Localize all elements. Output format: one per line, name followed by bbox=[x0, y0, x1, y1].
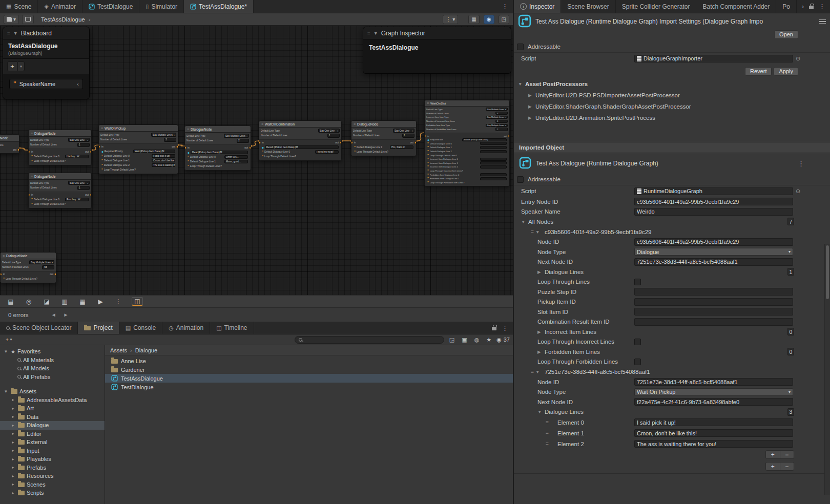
node-dropdown[interactable]: Say Multiple Lines▾ bbox=[486, 124, 508, 127]
port-out[interactable] bbox=[508, 135, 510, 137]
node-line-field[interactable]: I need my seat! bbox=[315, 150, 339, 154]
graph-node-dialoguenode[interactable]: ≡DialogueNodeDefault Line TypeSay Multip… bbox=[184, 125, 251, 171]
node-line-field[interactable]: Ohhh yes... bbox=[224, 155, 248, 159]
text-field[interactable]: I said pick it up! bbox=[634, 418, 793, 426]
property-row-loop-through-lines[interactable]: Loop Through Lines bbox=[514, 277, 830, 287]
node-line-field[interactable] bbox=[480, 146, 507, 149]
property-row-node-type[interactable]: Node TypeWait On Pickup▾ bbox=[514, 387, 830, 397]
node-line-field[interactable]: The ass is waiting there for bbox=[152, 163, 175, 167]
breadcrumb[interactable]: TestAssDialogue › bbox=[41, 16, 91, 23]
port-in[interactable] bbox=[184, 146, 186, 149]
text-field[interactable]: f22a475e-4c2f-41c6-9b73-6a83498abfe0 bbox=[634, 398, 793, 406]
port-out[interactable] bbox=[90, 194, 92, 196]
property-row-loop-through-forbidden-lines[interactable]: Loop Through Forbidden Lines bbox=[514, 357, 830, 367]
property-row-node-type[interactable]: Node TypeDialogue▾ bbox=[514, 247, 830, 257]
fold-closed-icon[interactable]: ▶ bbox=[537, 329, 545, 334]
tree-folder-addressableassetsdata[interactable]: ▸AddressableAssetsData bbox=[0, 396, 105, 405]
project-item-gardener[interactable]: Gardener bbox=[105, 365, 513, 374]
property-row-dialogue-lines[interactable]: ▶Dialogue Lines1 bbox=[514, 267, 830, 277]
text-field[interactable] bbox=[634, 308, 793, 316]
drag-handle-icon[interactable]: = bbox=[529, 369, 535, 375]
script-field[interactable]: DialogueGraphImporter bbox=[634, 55, 793, 62]
drag-handle-icon[interactable]: = bbox=[544, 441, 550, 447]
project-breadcrumb[interactable]: Assets › Dialogue bbox=[105, 345, 513, 355]
array-size-field[interactable]: 0 bbox=[787, 348, 794, 355]
array-add-button[interactable]: + bbox=[766, 463, 780, 470]
component-menu-icon[interactable]: ⋮ bbox=[798, 160, 804, 167]
port-in[interactable] bbox=[28, 151, 30, 153]
node-dropdown[interactable]: Say Multiple Lines▾ bbox=[486, 108, 508, 111]
text-field[interactable]: Weirdo bbox=[634, 208, 793, 216]
tab-sprite-collider-generator[interactable]: Sprite Collider Generator bbox=[616, 0, 697, 13]
checkbox[interactable] bbox=[634, 359, 641, 365]
fold-open-icon[interactable]: ▼ bbox=[521, 219, 528, 224]
node-line-field[interactable]: Psst boy...W bbox=[65, 198, 89, 201]
favorite-all-materials[interactable]: All Materials bbox=[0, 356, 105, 365]
node-number-field[interactable]: 1 bbox=[77, 186, 90, 190]
property-row-pickup-item-id[interactable]: Pickup Item ID bbox=[514, 297, 830, 307]
favorite-all-models[interactable]: All Models bbox=[0, 364, 105, 373]
node-element-header[interactable]: =▼7251e73e-38d3-44ff-a8c5-bcf54088aaf1 bbox=[514, 367, 830, 377]
text-field[interactable]: 7251e73e-38d3-44ff-a8c5-bcf54088aaf1 bbox=[634, 258, 793, 266]
node-object-field[interactable]: Wait (Pickup Item Data) (M bbox=[133, 150, 175, 153]
dropdown[interactable]: Wait On Pickup▾ bbox=[634, 388, 793, 396]
text-field[interactable] bbox=[634, 318, 793, 326]
project-item-testassdialogue[interactable]: TestAssDialogue bbox=[105, 374, 513, 383]
tab-project[interactable]: Project bbox=[78, 322, 119, 334]
text-field[interactable]: The ass is waiting there for you! bbox=[634, 440, 793, 448]
favorites-root[interactable]: ▼★Favorites bbox=[0, 347, 105, 356]
fold-open-icon[interactable]: ▼ bbox=[535, 369, 543, 374]
script-field[interactable]: RuntimeDialogueGraph bbox=[634, 187, 793, 195]
port-in[interactable] bbox=[28, 194, 30, 196]
checkbox[interactable] bbox=[634, 339, 641, 345]
tab-scene-browser[interactable]: Scene Browser bbox=[561, 0, 615, 13]
port-in[interactable] bbox=[351, 141, 353, 144]
save-button[interactable]: ▾ bbox=[4, 15, 19, 24]
node-line-field[interactable] bbox=[480, 142, 507, 145]
node-line-field[interactable] bbox=[480, 150, 507, 153]
node-line-field[interactable] bbox=[480, 165, 507, 169]
inspector-menu-icon[interactable]: ⋮ bbox=[819, 3, 825, 10]
overlay-toggle-icon[interactable]: ◉ bbox=[484, 15, 494, 24]
node-number-field[interactable]: 1 bbox=[402, 134, 414, 138]
property-row-next-node-id[interactable]: Next Node ID7251e73e-38d3-44ff-a8c5-bcf5… bbox=[514, 257, 830, 267]
fold-open-icon[interactable]: ▼ bbox=[535, 229, 543, 235]
port-out[interactable] bbox=[249, 146, 251, 149]
tab-scene-object-locator[interactable]: Scene Object Locator bbox=[0, 322, 78, 334]
graph-node-waitonslot[interactable]: ≡WaitOnSlotDefault Line TypeSay Multiple… bbox=[424, 100, 510, 186]
node-line-field[interactable]: Hm, that's it! bbox=[390, 145, 413, 149]
more-icon[interactable]: ⋮ bbox=[114, 298, 123, 305]
node-line-field[interactable] bbox=[480, 161, 507, 164]
add-variable-button[interactable]: + bbox=[7, 61, 17, 71]
play-icon[interactable]: ▶ bbox=[96, 298, 105, 305]
port-in[interactable] bbox=[98, 145, 100, 148]
prev-error-button[interactable]: ◄ bbox=[51, 312, 56, 318]
blackboard-variable-speakername[interactable]: " SpeakerName ‹ bbox=[9, 79, 83, 89]
dropdown[interactable]: Dialogue▾ bbox=[634, 248, 793, 256]
property-row-element-2[interactable]: =Element 2The ass is waiting there for y… bbox=[514, 438, 830, 449]
graph-inspector-header[interactable]: ≡ ▼ Graph Inspector bbox=[363, 27, 511, 39]
tree-folder-prefabs[interactable]: ▸Prefabs bbox=[0, 464, 105, 472]
blackboard-header[interactable]: ≡ ▼ Blackboard bbox=[3, 27, 89, 39]
scrollbar-thumb[interactable] bbox=[826, 245, 829, 299]
drag-handle-icon[interactable]: = bbox=[544, 419, 550, 425]
favorite-all-prefabs[interactable]: All Prefabs bbox=[0, 373, 105, 382]
property-row-combination-result-item-id[interactable]: Combination Result Item ID bbox=[514, 317, 830, 327]
window-icon[interactable]: ▥ bbox=[60, 298, 69, 305]
inspector-lock-icon[interactable] bbox=[809, 6, 814, 9]
node-line-field[interactable]: I said pick it up! bbox=[152, 154, 175, 158]
project-item-testdialogue[interactable]: TestDialogue bbox=[105, 383, 513, 391]
fold-closed-icon[interactable]: ▶ bbox=[537, 269, 545, 275]
tab-po[interactable]: Po bbox=[776, 0, 797, 13]
property-row-all-nodes[interactable]: ▼All Nodes7 bbox=[514, 217, 830, 227]
node-object-field[interactable]: SlotItm (Pickup Item Data) bbox=[462, 138, 507, 141]
fold-closed-icon[interactable]: ▶ bbox=[537, 349, 545, 354]
tree-folder-external[interactable]: ▸External bbox=[0, 438, 105, 447]
graph-canvas[interactable]: ≡StartNodeConnectionsout≡DialogueNodeDef… bbox=[0, 26, 513, 295]
text-field[interactable]: 7251e73e-38d3-44ff-a8c5-bcf54088aaf1 bbox=[634, 378, 793, 386]
node-dropdown[interactable]: Say One Line▾ bbox=[68, 181, 90, 185]
graph-inspector-panel[interactable]: ≡ ▼ Graph Inspector TestAssDialogue bbox=[363, 27, 511, 74]
tools-icon[interactable]: ◪ bbox=[42, 298, 51, 305]
tree-folder-editor[interactable]: ▸Editor bbox=[0, 430, 105, 438]
node-dropdown[interactable]: Say Multiple Lines▾ bbox=[486, 116, 508, 119]
